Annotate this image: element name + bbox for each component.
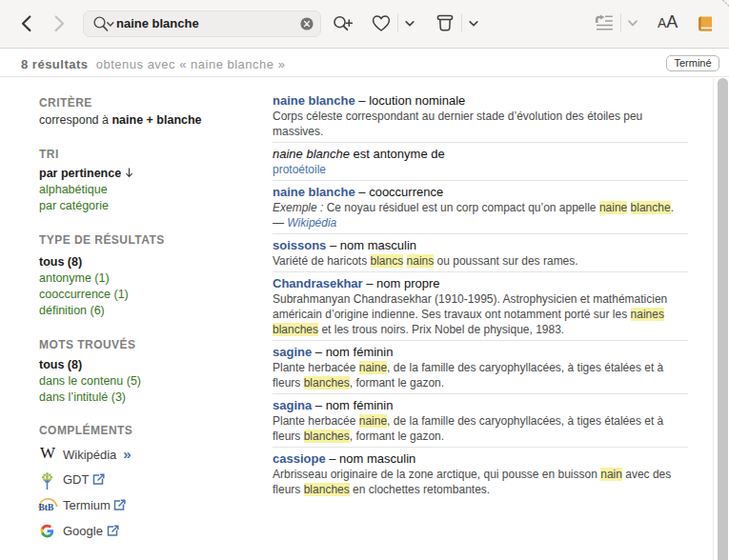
svg-text:BtB: BtB: [39, 503, 55, 512]
